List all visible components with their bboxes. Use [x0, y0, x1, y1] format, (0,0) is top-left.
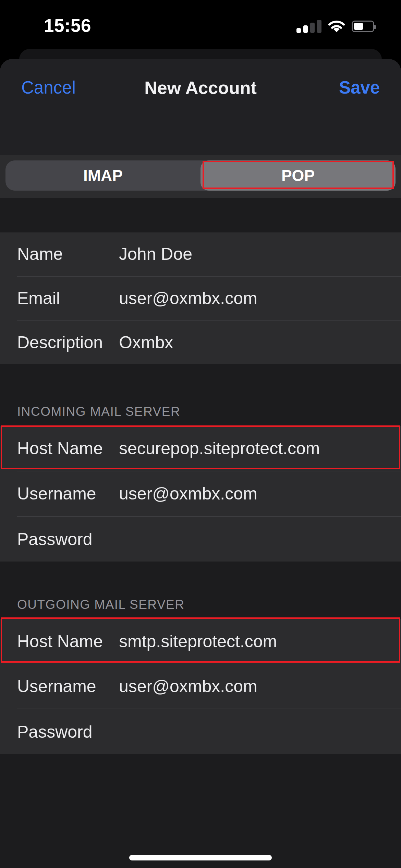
- outgoing-username-field[interactable]: user@oxmbx.com: [119, 676, 257, 696]
- name-field[interactable]: John Doe: [119, 244, 192, 264]
- outgoing-section-header: OUTGOING MAIL SERVER: [17, 598, 184, 612]
- incoming-username-row[interactable]: Username user@oxmbx.com: [0, 471, 401, 516]
- outgoing-username-row[interactable]: Username user@oxmbx.com: [0, 664, 401, 709]
- description-row[interactable]: Description Oxmbx: [0, 321, 401, 364]
- description-field[interactable]: Oxmbx: [119, 333, 173, 352]
- save-button[interactable]: Save: [339, 79, 380, 97]
- annotation-box-incoming-host: [1, 425, 400, 469]
- status-icons: [296, 19, 374, 33]
- nav-bar: Cancel New Account Save: [0, 59, 401, 155]
- cellular-signal-icon: [296, 20, 321, 33]
- incoming-username-field[interactable]: user@oxmbx.com: [119, 484, 257, 504]
- email-label: Email: [17, 288, 119, 308]
- account-info-group: Name John Doe Email user@oxmbx.com Descr…: [0, 232, 401, 364]
- incoming-password-row[interactable]: Password: [0, 517, 401, 562]
- email-row[interactable]: Email user@oxmbx.com: [0, 277, 401, 320]
- battery-icon: [352, 21, 374, 32]
- outgoing-username-label: Username: [17, 676, 119, 696]
- wifi-icon: [327, 19, 346, 33]
- incoming-username-label: Username: [17, 484, 119, 504]
- email-field[interactable]: user@oxmbx.com: [119, 288, 257, 308]
- segment-imap[interactable]: IMAP: [5, 160, 200, 191]
- incoming-section-header: INCOMING MAIL SERVER: [17, 405, 180, 419]
- description-label: Description: [17, 333, 119, 352]
- iphone-screen: 15:56 Cancel New Account Save IMAP POP: [0, 0, 401, 868]
- home-indicator[interactable]: [129, 855, 272, 860]
- name-row[interactable]: Name John Doe: [0, 232, 401, 276]
- status-time: 15:56: [38, 15, 97, 36]
- annotation-box-outgoing-host: [1, 617, 400, 663]
- outgoing-password-row[interactable]: Password: [0, 709, 401, 754]
- incoming-password-label: Password: [17, 529, 119, 549]
- outgoing-password-label: Password: [17, 722, 119, 742]
- name-label: Name: [17, 244, 119, 264]
- annotation-box-pop-segment: [203, 161, 394, 189]
